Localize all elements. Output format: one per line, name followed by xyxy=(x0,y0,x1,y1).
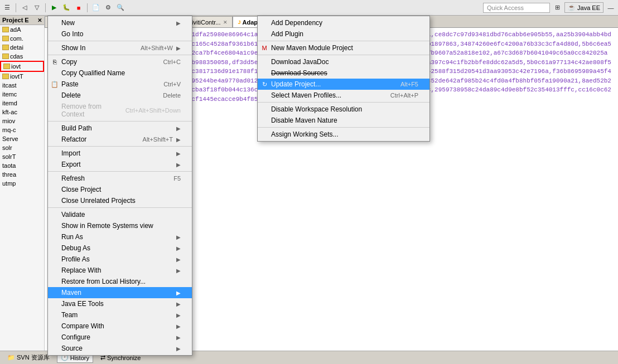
submenu-item-download-javadoc[interactable]: Download JavaDoc xyxy=(258,56,429,67)
menu-label-go-into: Go Into xyxy=(61,30,83,38)
submenu-item-update-project[interactable]: ↻ Update Project... Alt+F5 xyxy=(258,79,429,90)
menu-item-show-remote[interactable]: Show in Remote Systems view xyxy=(48,220,192,231)
menu-arrow-export: ▶ xyxy=(176,162,181,168)
menu-arrow-refactor: ▶ xyxy=(176,137,181,143)
menu-label-paste: Paste xyxy=(61,80,79,88)
menu-label-refactor: Refactor xyxy=(61,135,86,143)
menu-item-profile-as[interactable]: Profile As ▶ xyxy=(48,254,192,265)
menu-item-new[interactable]: New ▶ xyxy=(48,17,192,28)
submenu-label-download-javadoc: Download JavaDoc xyxy=(271,58,329,66)
menu-label-close-unrelated: Close Unrelated Projects xyxy=(61,197,136,205)
menu-item-java-ee-tools[interactable]: Java EE Tools ▶ xyxy=(48,298,192,309)
menu-arrow-team: ▶ xyxy=(176,312,181,318)
menu-label-refresh: Refresh xyxy=(61,174,85,182)
submenu-shortcut-update: Alt+F5 xyxy=(400,81,418,88)
submenu-sep-3 xyxy=(258,102,429,103)
menu-arrow-maven: ▶ xyxy=(176,290,181,296)
submenu-label-disable-maven: Disable Maven Nature xyxy=(271,117,337,124)
menu-label-team: Team xyxy=(61,311,78,319)
submenu-item-download-sources[interactable]: Download Sources xyxy=(258,67,429,79)
menu-item-export[interactable]: Export ▶ xyxy=(48,159,192,170)
submenu-label-new-maven: New Maven Module Project xyxy=(271,44,353,52)
menu-item-restore[interactable]: Restore from Local History... xyxy=(48,276,192,287)
menu-shortcut-delete: Delete xyxy=(163,92,181,99)
menu-label-import: Import xyxy=(61,149,80,157)
submenu-item-disable-workspace[interactable]: Disable Workspace Resolution xyxy=(258,104,429,115)
menu-item-team[interactable]: Team ▶ xyxy=(48,309,192,321)
submenu-item-add-plugin[interactable]: Add Plugin xyxy=(258,28,429,40)
menu-shortcut-paste: Ctrl+V xyxy=(163,81,181,88)
submenu-item-new-maven[interactable]: M New Maven Module Project xyxy=(258,42,429,54)
menu-label-copy: Copy xyxy=(61,58,77,66)
menu-item-import[interactable]: Import ▶ xyxy=(48,148,192,159)
menu-arrow-profile-as: ▶ xyxy=(176,256,181,263)
submenu-label-update-project: Update Project... xyxy=(271,80,321,88)
maven-icon: M xyxy=(260,44,268,52)
menu-item-maven[interactable]: Maven ▶ xyxy=(48,287,192,298)
menu-arrow-debug-as: ▶ xyxy=(176,245,181,251)
menu-arrow-compare-with: ▶ xyxy=(176,323,181,329)
context-menu-overlay: New ▶ Go Into Show In Alt+Shift+W ▶ ⎘ Co… xyxy=(0,0,618,364)
menu-label-build-path: Build Path xyxy=(61,124,92,132)
menu-item-source[interactable]: Source ▶ xyxy=(48,343,192,354)
menu-item-copy-qualified[interactable]: Copy Qualified Name xyxy=(48,67,192,79)
menu-item-close-project[interactable]: Close Project xyxy=(48,184,192,195)
submenu-shortcut-profiles: Ctrl+Alt+P xyxy=(390,92,418,99)
menu-item-refresh[interactable]: Refresh F5 xyxy=(48,173,192,184)
menu-label-new: New xyxy=(61,19,75,27)
menu-item-go-into[interactable]: Go Into xyxy=(48,28,192,40)
menu-label-configure: Configure xyxy=(61,333,90,341)
menu-item-paste[interactable]: 📋 Paste Ctrl+V xyxy=(48,79,192,90)
submenu-sep-2 xyxy=(258,55,429,55)
menu-label-maven: Maven xyxy=(61,289,81,297)
submenu-item-add-dep[interactable]: Add Dependency xyxy=(258,17,429,28)
maven-submenu: Add Dependency Add Plugin M New Maven Mo… xyxy=(257,16,430,142)
menu-item-delete[interactable]: Delete Delete xyxy=(48,90,192,101)
menu-item-show-in[interactable]: Show In Alt+Shift+W ▶ xyxy=(48,42,192,54)
menu-item-copy[interactable]: ⎘ Copy Ctrl+C xyxy=(48,56,192,67)
menu-item-compare-with[interactable]: Compare With ▶ xyxy=(48,321,192,332)
menu-item-run-as[interactable]: Run As ▶ xyxy=(48,231,192,242)
menu-shortcut-refactor: Alt+Shift+T xyxy=(143,136,173,143)
menu-label-remove-context: Remove from Context xyxy=(61,103,120,118)
menu-arrow-configure: ▶ xyxy=(176,334,181,341)
menu-label-profile-as: Profile As xyxy=(61,255,90,263)
menu-item-close-unrelated[interactable]: Close Unrelated Projects xyxy=(48,195,192,206)
submenu-label-download-sources: Download Sources xyxy=(271,69,327,77)
menu-shortcut-copy: Ctrl+C xyxy=(163,59,181,65)
menu-label-replace-with: Replace With xyxy=(61,266,101,274)
submenu-label-add-dep: Add Dependency xyxy=(271,19,322,27)
submenu-label-select-profiles: Select Maven Profiles... xyxy=(271,91,341,99)
menu-arrow-java-ee-tools: ▶ xyxy=(176,301,181,307)
menu-label-close-project: Close Project xyxy=(61,186,101,193)
menu-arrow-build-path: ▶ xyxy=(176,125,181,132)
menu-item-configure[interactable]: Configure ▶ xyxy=(48,332,192,343)
menu-arrow-new: ▶ xyxy=(176,20,181,26)
update-icon: ↻ xyxy=(260,80,268,88)
menu-label-copy-qualified: Copy Qualified Name xyxy=(61,69,125,77)
menu-shortcut-remove-context: Ctrl+Alt+Shift+Down xyxy=(125,107,181,114)
submenu-item-assign-working-sets[interactable]: Assign Working Sets... xyxy=(258,129,429,140)
menu-sep-5 xyxy=(48,171,192,172)
menu-label-debug-as: Debug As xyxy=(61,244,90,252)
submenu-sep-1 xyxy=(258,41,429,41)
submenu-sep-4 xyxy=(258,127,429,128)
menu-item-replace-with[interactable]: Replace With ▶ xyxy=(48,265,192,276)
menu-label-validate: Validate xyxy=(61,211,85,219)
menu-arrow-run-as: ▶ xyxy=(176,234,181,240)
menu-item-remove-context[interactable]: Remove from Context Ctrl+Alt+Shift+Down xyxy=(48,101,192,120)
menu-item-build-path[interactable]: Build Path ▶ xyxy=(48,123,192,134)
menu-label-run-as: Run As xyxy=(61,233,83,241)
menu-item-debug-as[interactable]: Debug As ▶ xyxy=(48,242,192,254)
menu-item-refactor[interactable]: Refactor Alt+Shift+T ▶ xyxy=(48,134,192,145)
menu-sep-2 xyxy=(48,55,192,55)
menu-arrow-replace-with: ▶ xyxy=(176,268,181,274)
menu-label-source: Source xyxy=(61,344,83,352)
submenu-item-select-profiles[interactable]: Select Maven Profiles... Ctrl+Alt+P xyxy=(258,90,429,101)
submenu-item-disable-maven[interactable]: Disable Maven Nature xyxy=(258,115,429,126)
menu-arrow-source: ▶ xyxy=(176,346,181,352)
menu-arrow-import: ▶ xyxy=(176,151,181,157)
menu-item-validate[interactable]: Validate xyxy=(48,209,192,220)
menu-sep-1 xyxy=(48,41,192,41)
menu-label-java-ee-tools: Java EE Tools xyxy=(61,300,104,308)
